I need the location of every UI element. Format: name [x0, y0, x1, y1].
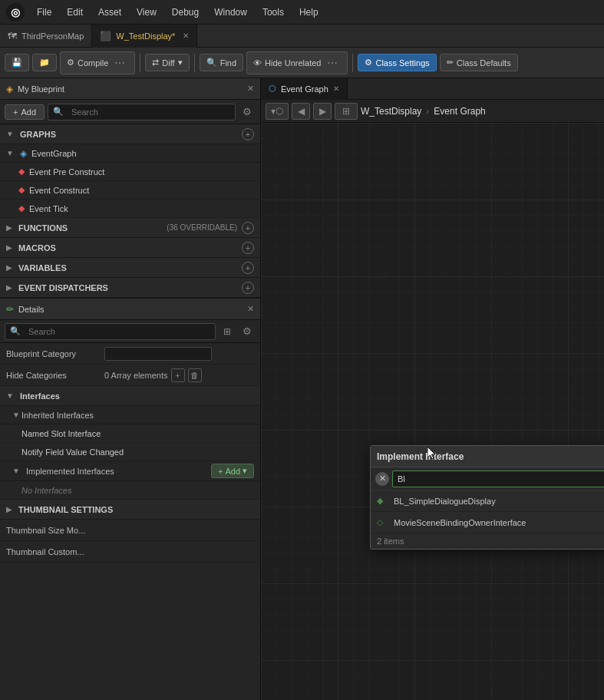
nav-dropdown-button[interactable]: ▾⬡ [266, 103, 289, 120]
nav-forward-button[interactable]: ▶ [313, 103, 332, 120]
tab-w-testdisplay-label: W_TestDisplay* [116, 31, 175, 41]
class-settings-button[interactable]: ⚙ Class Settings [358, 54, 436, 71]
diff-chevron: ▾ [178, 58, 183, 68]
details-search-bar: 🔍 ⊞ ⚙ [0, 320, 260, 343]
functions-add-button[interactable]: + [242, 222, 254, 234]
thumbnail-settings-label: Thumbnail Settings [18, 505, 254, 514]
diff-button[interactable]: ⇄ Diff ▾ [145, 54, 189, 71]
menu-bar: File Edit Asset View Debug Window Tools … [31, 5, 325, 19]
notify-field-value-changed-item[interactable]: Notify Field Value Changed [0, 443, 260, 461]
macros-add-button[interactable]: + [242, 242, 254, 254]
popup-search-bar: ✕ ⚙ [371, 467, 604, 490]
breadcrumb-root[interactable]: W_TestDisplay [361, 106, 421, 117]
details-search-input[interactable] [24, 323, 210, 340]
event-graph-toolbar: ▾⬡ ◀ ▶ ⊞ W_TestDisplay › Event Graph [261, 100, 604, 123]
menu-view[interactable]: View [130, 5, 163, 19]
interfaces-header[interactable]: ▼ Interfaces [0, 386, 260, 406]
blueprint-category-value[interactable] [104, 347, 254, 361]
event-tick-item[interactable]: ◆ Event Tick [0, 200, 260, 218]
named-slot-interface-label: Named Slot Interface [21, 429, 101, 438]
popup-result-bl-simple-icon: ◆ [377, 496, 388, 506]
popup-result-bl-simple[interactable]: ◆ BL_SimpleDialogueDisplay [371, 490, 604, 512]
interfaces-label: Interfaces [20, 391, 254, 401]
variables-chevron: ▶ [6, 263, 12, 272]
hide-categories-remove-btn[interactable]: 🗑 [188, 368, 202, 382]
graphs-chevron: ▼ [6, 130, 14, 138]
menu-asset[interactable]: Asset [92, 5, 127, 19]
variables-label: VARIABLES [18, 263, 237, 272]
variables-section-header[interactable]: ▶ VARIABLES + [0, 258, 260, 278]
details-settings-icon[interactable]: ⚙ [239, 323, 256, 340]
save-icon: 💾 [12, 58, 22, 68]
event-construct-item[interactable]: ◆ Event Construct [0, 181, 260, 200]
event-pre-construct-label: Event Pre Construct [29, 167, 104, 177]
nav-back-button[interactable]: ◀ [292, 103, 310, 120]
thumbnail-size-row: Thumbnail Size Mo... [0, 520, 260, 541]
graphs-add-button[interactable]: + [242, 128, 254, 140]
named-slot-interface-item[interactable]: Named Slot Interface [0, 424, 260, 443]
details-header: ✏ Details ✕ [0, 299, 260, 320]
tab-thirdpersonmap[interactable]: 🗺 ThirdPersonMap [0, 25, 92, 48]
graph-canvas[interactable]: Implement Interface ✕ ⚙ ◆ BL_SimpleDialo… [261, 123, 604, 700]
my-blueprint-close[interactable]: ✕ [247, 84, 254, 94]
add-button[interactable]: + Add [5, 104, 45, 120]
eventgraph-group[interactable]: ▼ ◈ EventGraph [0, 144, 260, 163]
tab-w-testdisplay[interactable]: ⬛ W_TestDisplay* ✕ [92, 25, 197, 48]
my-blueprint-search-input[interactable] [67, 104, 230, 121]
class-defaults-button[interactable]: ✏ Class Defaults [440, 54, 518, 71]
event-graph-tab-close[interactable]: ✕ [333, 84, 339, 93]
graphs-section-header[interactable]: ▼ GRAPHS + [0, 124, 260, 144]
hide-unrelated-button[interactable]: 👁 Hide Unrelated ⋯ [246, 51, 348, 74]
menu-window[interactable]: Window [208, 5, 253, 19]
menu-tools[interactable]: Tools [256, 5, 290, 19]
variables-add-button[interactable]: + [242, 262, 254, 274]
find-button[interactable]: 🔍 Find [200, 54, 243, 71]
menu-help[interactable]: Help [293, 5, 325, 19]
breadcrumb: W_TestDisplay › Event Graph [361, 106, 486, 117]
map-icon: 🗺 [8, 31, 17, 41]
popup-result-moviescene[interactable]: ◇ MovieSceneBindingOwnerInterface [371, 512, 604, 533]
popup-clear-button[interactable]: ✕ [375, 472, 389, 486]
blueprint-category-input[interactable] [104, 347, 212, 361]
my-blueprint-header: ◈ My Blueprint ✕ [0, 78, 260, 100]
event-graph-tab[interactable]: ⬡ Event Graph ✕ [261, 78, 348, 100]
event-dispatchers-add-button[interactable]: + [242, 282, 254, 294]
event-graph-tab-icon: ⬡ [269, 84, 276, 94]
compile-dots[interactable]: ⋯ [111, 55, 128, 71]
nav-home-button[interactable]: ⊞ [335, 103, 358, 120]
class-settings-icon: ⚙ [365, 58, 372, 68]
blueprint-icon: ◈ [6, 84, 13, 94]
interfaces-chevron: ▼ [6, 391, 14, 400]
thumbnail-section: ▶ Thumbnail Settings Thumbnail Size Mo..… [0, 500, 260, 563]
macros-chevron: ▶ [6, 243, 12, 252]
event-tick-label: Event Tick [29, 204, 68, 213]
tab-bar: 🗺 ThirdPersonMap ⬛ W_TestDisplay* ✕ [0, 25, 604, 48]
popup-search-input[interactable] [392, 471, 604, 487]
event-construct-label: Event Construct [29, 186, 89, 195]
compile-button[interactable]: ⚙ Compile ⋯ [60, 51, 135, 74]
menu-debug[interactable]: Debug [166, 5, 205, 19]
details-grid-icon[interactable]: ⊞ [219, 323, 236, 340]
functions-section-header[interactable]: ▶ FUNCTIONS (36 OVERRIDABLE) + [0, 218, 260, 238]
inherited-interfaces-label: Inherited Interfaces [21, 411, 254, 420]
thumbnail-chevron: ▶ [6, 505, 12, 513]
thumbnail-settings-header[interactable]: ▶ Thumbnail Settings [0, 500, 260, 520]
tab-w-testdisplay-close[interactable]: ✕ [183, 31, 189, 40]
inherited-interfaces-header[interactable]: ▼ Inherited Interfaces [0, 406, 260, 424]
save-button[interactable]: 💾 [5, 54, 29, 71]
ue-logo: ◎ [6, 3, 25, 21]
bp-settings-icon[interactable]: ⚙ [239, 104, 256, 121]
macros-section-header[interactable]: ▶ MACROS + [0, 238, 260, 258]
menu-file[interactable]: File [31, 5, 58, 19]
event-pre-construct-item[interactable]: ◆ Event Pre Construct [0, 163, 260, 181]
macros-label: MACROS [18, 243, 237, 253]
event-dispatchers-section-header[interactable]: ▶ EVENT DISPATCHERS + [0, 278, 260, 298]
hide-unrelated-dots[interactable]: ⋯ [324, 55, 341, 71]
implemented-interfaces-add-button[interactable]: + Add ▾ [211, 464, 254, 478]
implemented-chevron: ▼ [12, 467, 20, 475]
menu-edit[interactable]: Edit [61, 5, 89, 19]
details-close[interactable]: ✕ [247, 304, 254, 314]
details-panel: ✏ Details ✕ 🔍 ⊞ ⚙ Blueprint Category [0, 299, 260, 700]
browse-button[interactable]: 📁 [32, 54, 57, 71]
hide-categories-add-btn[interactable]: + [171, 368, 185, 382]
